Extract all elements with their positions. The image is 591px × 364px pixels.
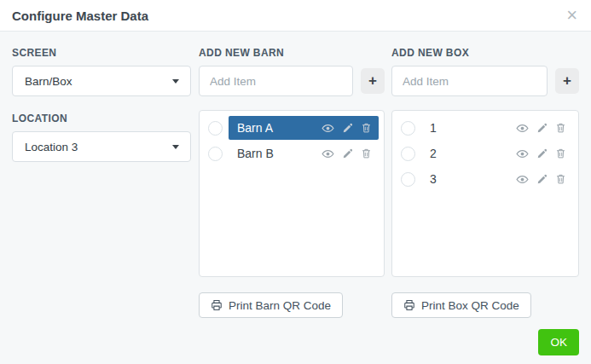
radio-button[interactable]: [401, 172, 415, 187]
trash-icon[interactable]: [361, 122, 372, 134]
chevron-down-icon: [172, 79, 179, 84]
list-item-row[interactable]: 2: [421, 142, 573, 165]
barn-list-item: Barn B: [205, 141, 379, 166]
print-barn-qr-button[interactable]: Print Barn QR Code: [199, 292, 343, 318]
barn-add-input[interactable]: [199, 66, 353, 96]
box-add-input[interactable]: [391, 66, 548, 96]
printer-icon: [211, 299, 223, 311]
item-label: 1: [430, 121, 516, 135]
radio-button[interactable]: [401, 147, 415, 161]
barn-add-row: +: [199, 66, 385, 96]
item-actions: [516, 122, 566, 135]
trash-icon[interactable]: [555, 122, 566, 134]
barn-list: Barn A: [199, 110, 385, 277]
trash-icon[interactable]: [555, 173, 566, 185]
box-add-button[interactable]: +: [555, 68, 579, 94]
trash-icon[interactable]: [555, 147, 566, 159]
screen-label: SCREEN: [12, 47, 191, 59]
modal-body: SCREEN Barn/Box LOCATION Location 3 ADD …: [0, 32, 591, 364]
box-list: 1: [391, 110, 579, 277]
screen-select-value: Barn/Box: [25, 75, 72, 88]
radio-button[interactable]: [401, 121, 415, 136]
eye-icon[interactable]: [516, 173, 529, 186]
print-box-qr-button[interactable]: Print Box QR Code: [391, 292, 531, 318]
barn-column: ADD NEW BARN + Barn A: [199, 43, 385, 352]
item-label: Barn B: [237, 147, 322, 160]
barn-list-item: Barn A: [205, 115, 379, 141]
ok-button[interactable]: OK: [538, 329, 579, 355]
barn-add-button[interactable]: +: [361, 68, 385, 94]
item-actions: [516, 173, 566, 186]
modal-title: Configure Master Data: [12, 9, 148, 23]
pencil-icon[interactable]: [342, 123, 353, 134]
location-select-value: Location 3: [25, 141, 78, 153]
box-list-item: 2: [397, 141, 573, 166]
eye-icon[interactable]: [516, 147, 529, 160]
item-actions: [322, 122, 372, 135]
close-icon[interactable]: ×: [566, 6, 577, 25]
list-item-row[interactable]: Barn B: [229, 142, 379, 165]
printer-icon: [403, 299, 415, 311]
eye-icon[interactable]: [322, 122, 334, 135]
barn-heading: ADD NEW BARN: [199, 47, 385, 59]
eye-icon[interactable]: [516, 122, 529, 135]
item-label: 3: [430, 172, 516, 186]
list-item-row[interactable]: 1: [421, 116, 573, 140]
screen-select[interactable]: Barn/Box: [12, 66, 191, 96]
box-list-item: 1: [397, 115, 573, 141]
item-label: 2: [430, 147, 516, 160]
trash-icon[interactable]: [361, 147, 372, 159]
print-barn-qr-label: Print Barn QR Code: [229, 299, 331, 312]
location-label: LOCATION: [12, 113, 191, 124]
pencil-icon[interactable]: [342, 148, 353, 159]
list-item-row[interactable]: 3: [421, 167, 573, 191]
box-heading: ADD NEW BOX: [391, 47, 579, 59]
item-actions: [322, 147, 372, 160]
modal-header: Configure Master Data ×: [0, 0, 591, 32]
radio-button[interactable]: [208, 121, 223, 136]
pencil-icon[interactable]: [536, 174, 548, 185]
box-list-item: 3: [397, 166, 573, 192]
chevron-down-icon: [172, 145, 179, 149]
eye-icon[interactable]: [322, 147, 334, 160]
pencil-icon[interactable]: [536, 123, 548, 134]
box-add-row: +: [391, 66, 579, 96]
list-item-row[interactable]: Barn A: [229, 116, 379, 140]
item-label: Barn A: [237, 121, 322, 135]
radio-button[interactable]: [208, 147, 223, 161]
screen-location-column: SCREEN Barn/Box LOCATION Location 3: [12, 43, 191, 352]
print-box-qr-label: Print Box QR Code: [421, 299, 519, 312]
location-select[interactable]: Location 3: [12, 131, 191, 162]
pencil-icon[interactable]: [536, 148, 548, 159]
item-actions: [516, 147, 566, 160]
box-column: ADD NEW BOX + 1: [391, 43, 579, 352]
